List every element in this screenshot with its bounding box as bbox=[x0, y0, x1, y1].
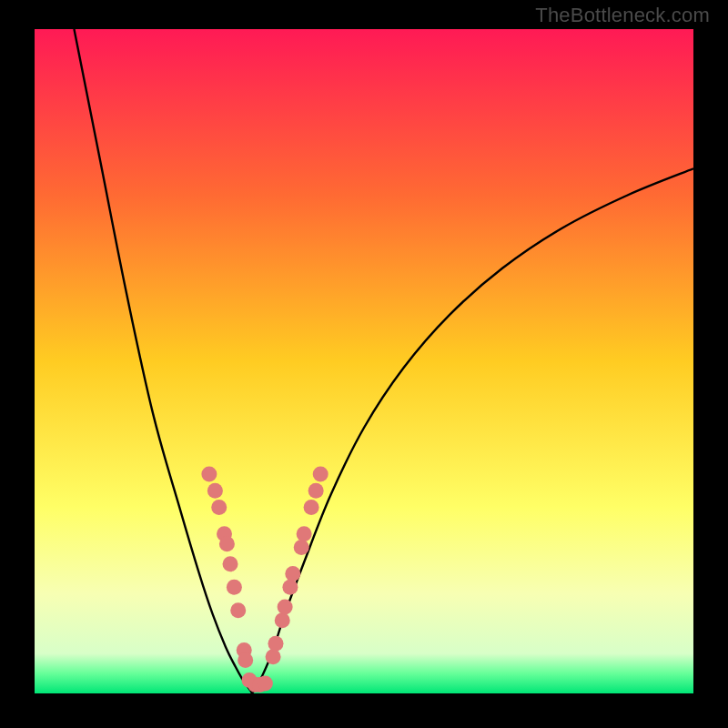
highlight-dot bbox=[238, 652, 253, 668]
highlight-dot bbox=[313, 467, 329, 482]
highlight-dot bbox=[230, 602, 246, 618]
highlight-dot bbox=[282, 580, 298, 595]
highlight-dot bbox=[278, 600, 293, 615]
watermark-text: TheBottleneck.com bbox=[535, 4, 710, 27]
highlight-dot bbox=[304, 500, 319, 515]
highlight-dot bbox=[266, 649, 281, 664]
highlight-dot bbox=[207, 483, 223, 499]
highlight-dot bbox=[308, 483, 324, 499]
chart-container: TheBottleneck.com bbox=[0, 0, 728, 728]
highlight-dot bbox=[211, 500, 227, 515]
chart-svg bbox=[35, 29, 693, 693]
plot-area bbox=[35, 29, 693, 693]
highlight-dot bbox=[219, 536, 235, 551]
highlight-dot bbox=[297, 526, 312, 541]
highlight-dot bbox=[268, 636, 283, 652]
highlight-dot bbox=[223, 556, 238, 571]
highlight-dot bbox=[294, 540, 309, 555]
highlight-dot bbox=[227, 580, 242, 595]
highlight-dot bbox=[275, 612, 290, 628]
highlight-dot bbox=[201, 467, 217, 482]
highlight-dot bbox=[285, 566, 300, 581]
gradient-background bbox=[35, 29, 693, 693]
highlight-dot bbox=[258, 676, 273, 692]
